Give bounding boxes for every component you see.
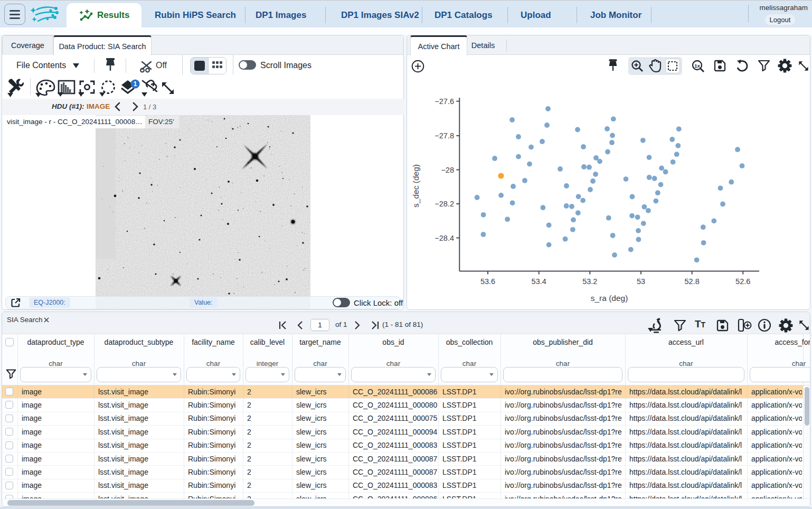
svg-text:53: 53: [637, 277, 645, 286]
svg-text:s_dec (deg): s_dec (deg): [411, 164, 420, 208]
svg-text:−27.6: −27.6: [435, 97, 454, 106]
svg-text:53.6: 53.6: [480, 277, 495, 286]
svg-text:53.4: 53.4: [532, 277, 546, 286]
svg-text:−28.4: −28.4: [435, 234, 454, 242]
svg-text:52.8: 52.8: [684, 277, 699, 286]
svg-text:−28.2: −28.2: [435, 200, 454, 208]
svg-text:s_ra (deg): s_ra (deg): [591, 294, 628, 303]
svg-text:52.6: 52.6: [735, 277, 750, 286]
svg-text:53.2: 53.2: [582, 277, 597, 286]
svg-text:1x: 1x: [694, 63, 700, 69]
svg-text:−28: −28: [441, 166, 454, 174]
svg-text:1: 1: [134, 80, 137, 88]
svg-text:−27.8: −27.8: [435, 131, 454, 140]
